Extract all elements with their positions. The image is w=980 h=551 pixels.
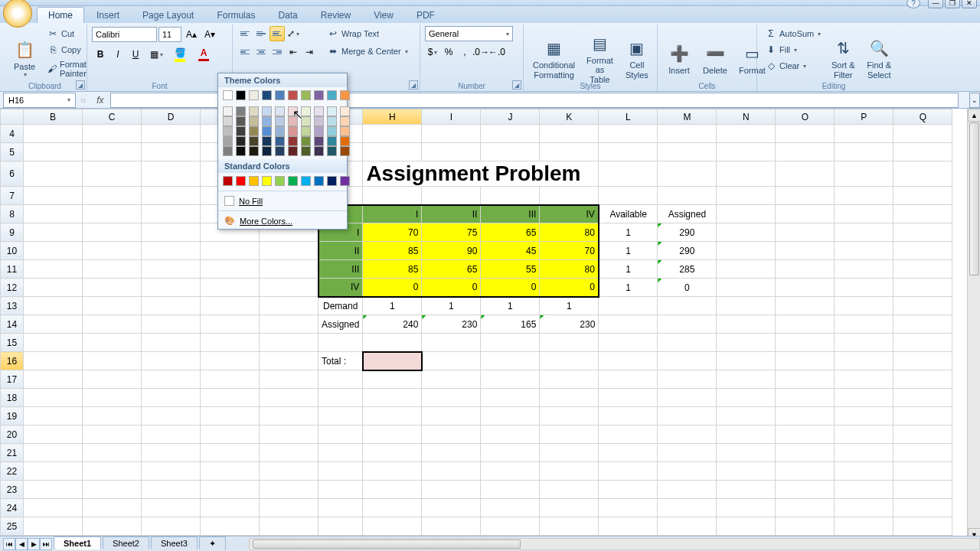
cell-L22[interactable] (599, 462, 658, 481)
cell-Q11[interactable] (893, 260, 952, 279)
cell-O4[interactable] (776, 125, 835, 143)
color-swatch[interactable] (236, 126, 246, 136)
cell-Q6[interactable] (893, 161, 952, 187)
row-header-19[interactable]: 19 (1, 407, 24, 425)
cell-F14[interactable] (260, 315, 318, 334)
cell-P12[interactable] (835, 279, 893, 297)
cell-O16[interactable] (776, 352, 835, 370)
cell-C12[interactable] (83, 279, 142, 297)
wrap-text-button[interactable]: ↩Wrap Text (324, 26, 411, 41)
cell-D13[interactable] (142, 297, 201, 315)
cell-J9[interactable]: 65 (481, 223, 540, 242)
color-swatch[interactable] (223, 136, 233, 146)
cell-K7[interactable] (540, 187, 599, 205)
cell-K15[interactable] (540, 334, 599, 352)
cell-G15[interactable] (318, 334, 363, 352)
cell-E17[interactable] (201, 370, 260, 389)
align-top-button[interactable] (237, 26, 253, 41)
cell-Q15[interactable] (893, 334, 952, 352)
row-header-15[interactable]: 15 (1, 334, 24, 352)
color-swatch[interactable] (288, 116, 298, 126)
color-swatch[interactable] (275, 126, 285, 136)
cell-Q14[interactable] (893, 315, 952, 334)
color-swatch[interactable] (301, 106, 311, 116)
cell-J18[interactable] (481, 389, 540, 407)
cell-F12[interactable] (260, 279, 318, 297)
sort-filter-button[interactable]: ⇅Sort & Filter (826, 26, 860, 90)
cell-C7[interactable] (83, 187, 142, 205)
cell-O12[interactable] (776, 279, 835, 297)
col-header-P[interactable]: P (835, 109, 893, 125)
alignment-launcher[interactable]: ◢ (409, 80, 418, 90)
cell-C21[interactable] (83, 444, 142, 462)
increase-decimal-button[interactable]: .0→ (473, 44, 488, 60)
cell-D9[interactable] (142, 223, 201, 242)
cell-M5[interactable] (658, 143, 717, 161)
cell-H13[interactable]: 1 (363, 297, 422, 315)
tab-view[interactable]: View (363, 8, 404, 23)
color-swatch[interactable] (223, 90, 233, 100)
cell-I9[interactable]: 75 (422, 223, 481, 242)
cell-I15[interactable] (422, 334, 481, 352)
cell-D22[interactable] (142, 462, 201, 481)
cell-B8[interactable] (24, 205, 83, 223)
cell-G11[interactable]: III (318, 260, 363, 279)
cell-styles-button[interactable]: ▣Cell Styles (620, 26, 654, 90)
new-sheet-button[interactable]: ✦ (199, 536, 226, 550)
cell-H15[interactable] (363, 334, 422, 352)
color-swatch[interactable] (275, 90, 285, 100)
cell-G22[interactable] (318, 462, 363, 481)
cell-B16[interactable] (24, 352, 83, 370)
cell-O10[interactable] (776, 242, 835, 260)
cell-B15[interactable] (24, 334, 83, 352)
cell-E18[interactable] (201, 389, 260, 407)
cell-Q5[interactable] (893, 143, 952, 161)
shrink-font-button[interactable]: A▾ (201, 26, 218, 43)
cell-G16[interactable]: Total : (318, 352, 363, 370)
tab-formulas[interactable]: Formulas (206, 8, 266, 23)
cell-K5[interactable] (540, 143, 599, 161)
cell-M10[interactable]: 290 (658, 242, 717, 260)
cell-J20[interactable] (481, 425, 540, 444)
bold-button[interactable]: B (92, 46, 109, 63)
color-swatch[interactable] (314, 136, 324, 146)
cell-C18[interactable] (83, 389, 142, 407)
col-header-D[interactable]: D (142, 109, 201, 125)
color-swatch[interactable] (249, 90, 259, 100)
cell-D14[interactable] (142, 315, 201, 334)
cell-L11[interactable]: 1 (599, 260, 658, 279)
cell-D25[interactable] (142, 517, 201, 536)
cell-K19[interactable] (540, 407, 599, 425)
cell-H23[interactable] (363, 481, 422, 499)
color-swatch[interactable] (301, 90, 311, 100)
row-header-24[interactable]: 24 (1, 499, 24, 517)
col-header-K[interactable]: K (540, 109, 599, 125)
cell-I4[interactable] (422, 125, 481, 143)
cell-C16[interactable] (83, 352, 142, 370)
cell-O18[interactable] (776, 389, 835, 407)
tab-review[interactable]: Review (310, 8, 361, 23)
color-swatch[interactable] (288, 90, 298, 100)
row-header-17[interactable]: 17 (1, 370, 24, 389)
color-swatch[interactable] (275, 176, 285, 186)
cell-G17[interactable] (318, 370, 363, 389)
cell-O22[interactable] (776, 462, 835, 481)
row-header-8[interactable]: 8 (1, 205, 24, 223)
cell-I17[interactable] (422, 370, 481, 389)
color-swatch[interactable] (288, 176, 298, 186)
cell-N14[interactable] (717, 315, 776, 334)
cell-O11[interactable] (776, 260, 835, 279)
col-header-H[interactable]: H (363, 109, 422, 125)
cell-L15[interactable] (599, 334, 658, 352)
color-swatch[interactable] (236, 176, 246, 186)
cell-E13[interactable] (201, 297, 260, 315)
comma-button[interactable]: , (457, 44, 472, 60)
align-bottom-button[interactable] (270, 26, 285, 41)
color-swatch[interactable] (275, 116, 285, 126)
italic-button[interactable]: I (109, 46, 126, 63)
cell-N23[interactable] (717, 481, 776, 499)
cell-M13[interactable] (658, 297, 717, 315)
cell-P8[interactable] (835, 205, 893, 223)
cell-L9[interactable]: 1 (599, 223, 658, 242)
cell-M15[interactable] (658, 334, 717, 352)
